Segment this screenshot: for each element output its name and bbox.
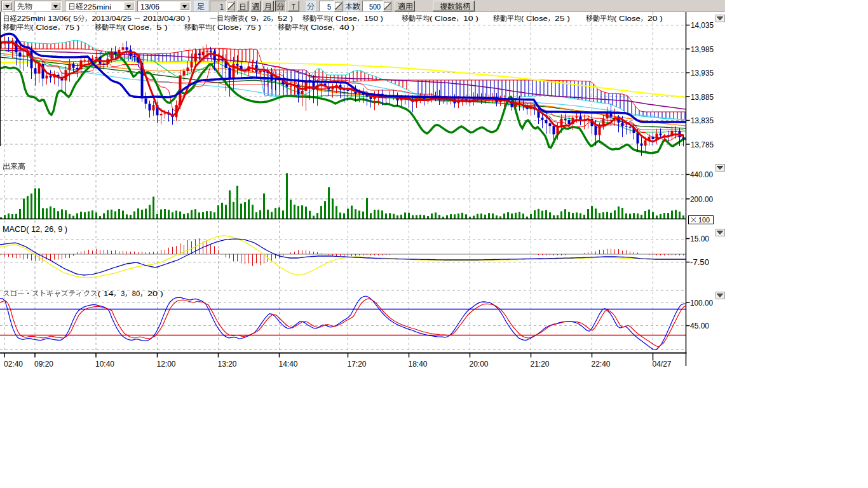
svg-text:09:20: 09:20 (34, 360, 53, 369)
svg-text:( Close: ( Close (430, 15, 456, 22)
svg-text:150 ): 150 ) (364, 15, 383, 22)
svg-text:( Close: ( Close (614, 15, 641, 22)
svg-text:21:20: 21:20 (531, 360, 550, 369)
svg-text:2013/04/30 ): 2013/04/30 ) (140, 15, 190, 22)
svg-text:1: 1 (220, 3, 224, 11)
svg-text:20 ): 20 ) (147, 290, 163, 297)
svg-text:( Close: ( Close (330, 15, 357, 22)
svg-text:( Close: ( Close (123, 24, 149, 31)
svg-text:20:00: 20:00 (470, 360, 489, 369)
svg-text:( Close: ( Close (306, 24, 332, 31)
svg-text:13,835: 13,835 (691, 116, 714, 125)
svg-text:( 14: ( 14 (98, 290, 114, 297)
svg-text:13,985: 13,985 (691, 45, 714, 54)
svg-text:15.00: 15.00 (690, 234, 709, 243)
svg-text:17:20: 17:20 (348, 360, 367, 369)
svg-text:225mini: 225mini (83, 3, 111, 11)
svg-text:5: 5 (327, 3, 331, 11)
svg-text:13:20: 13:20 (218, 360, 237, 369)
svg-text:100.00: 100.00 (690, 299, 713, 308)
svg-text:52 ): 52 ) (278, 15, 293, 22)
svg-text:2013/04/25: 2013/04/25 (92, 15, 133, 22)
svg-text:18:40: 18:40 (409, 360, 428, 369)
svg-text:13,885: 13,885 (691, 93, 714, 102)
svg-text:T: T (292, 3, 296, 11)
svg-text:04/27: 04/27 (653, 360, 672, 369)
svg-text:25 ): 25 ) (555, 15, 570, 22)
svg-text:5 ): 5 ) (156, 24, 168, 31)
svg-text:500: 500 (369, 3, 381, 11)
svg-text:( Close: ( Close (521, 15, 548, 22)
svg-text:40 ): 40 ) (339, 24, 355, 31)
svg-text:14:40: 14:40 (279, 360, 298, 369)
svg-text:20 ): 20 ) (648, 15, 663, 22)
svg-text:75 ): 75 ) (65, 24, 80, 31)
svg-text:-7.50: -7.50 (690, 258, 709, 267)
svg-text:14,035: 14,035 (691, 21, 714, 30)
svg-text:200.00: 200.00 (690, 195, 713, 204)
svg-text:22:40: 22:40 (592, 360, 611, 369)
svg-text:13,785: 13,785 (691, 140, 714, 149)
svg-text:10 ): 10 ) (463, 15, 478, 22)
svg-text:440.00: 440.00 (690, 170, 713, 179)
svg-text:10:40: 10:40 (95, 360, 114, 369)
svg-text:02:40: 02:40 (4, 360, 23, 369)
svg-text:225mini 13/06( 5: 225mini 13/06( 5 (17, 15, 78, 22)
svg-text:13/06: 13/06 (140, 3, 159, 11)
svg-text:100: 100 (698, 216, 710, 224)
svg-text:13,935: 13,935 (691, 69, 714, 78)
svg-text:12:00: 12:00 (157, 360, 176, 369)
svg-text:45.00: 45.00 (690, 322, 709, 330)
svg-text:75 ): 75 ) (246, 24, 261, 31)
svg-text:26: 26 (263, 15, 271, 22)
svg-text:( 9: ( 9 (245, 15, 256, 22)
svg-text:MACD( 12, 26, 9 ): MACD( 12, 26, 9 ) (3, 225, 67, 234)
svg-text:80: 80 (132, 290, 140, 297)
svg-text:( Close: ( Close (212, 24, 239, 31)
svg-text:3: 3 (121, 290, 125, 297)
svg-text:( Close: ( Close (31, 24, 58, 31)
